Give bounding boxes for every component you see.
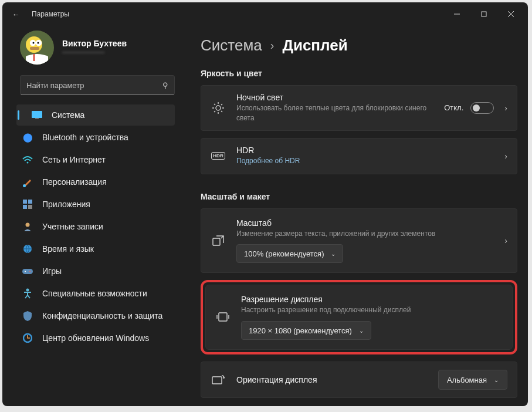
nav-apps[interactable]: Приложения [16, 194, 175, 215]
nav-personalization[interactable]: Персонализация [16, 171, 175, 193]
svg-point-26 [216, 106, 221, 110]
dropdown-value: Альбомная [447, 376, 487, 384]
avatar [20, 31, 54, 65]
person-icon [22, 221, 33, 232]
titlebar: ← Параметры [2, 2, 528, 26]
nav-gaming[interactable]: Игры [16, 261, 175, 282]
nav-network[interactable]: Сеть и Интернет [16, 149, 175, 170]
chevron-down-icon: ⌄ [494, 377, 499, 383]
chevron-right-icon: › [501, 151, 507, 161]
nav-bluetooth[interactable]: ⬤ Bluetooth и устройства [16, 127, 175, 148]
toggle-state-label: Откл. [444, 103, 463, 112]
orientation-icon [211, 374, 226, 386]
account-block[interactable]: Виктор Бухтеев —————— [2, 31, 183, 75]
close-button[interactable] [497, 2, 524, 26]
dropdown-value: 1920 × 1080 (рекомендуется) [249, 326, 352, 335]
card-title: Масштаб [236, 218, 490, 228]
svg-line-32 [221, 111, 222, 112]
highlight-resolution: Разрешение дисплея Настроить разрешение … [201, 280, 517, 354]
back-arrow-icon[interactable]: ← [11, 10, 21, 19]
dropdown-value: 100% (рекомендуется) [244, 249, 324, 258]
card-resolution[interactable]: Разрешение дисплея Настроить разрешение … [205, 285, 513, 350]
card-title: Ночной свет [236, 93, 433, 102]
chevron-right-icon: › [501, 103, 507, 113]
update-icon [22, 333, 33, 343]
svg-point-14 [23, 184, 26, 187]
monitor-icon [32, 110, 42, 120]
card-desc: Использовать более теплые цвета для блок… [236, 103, 433, 123]
search-icon: ⚲ [162, 81, 168, 90]
svg-point-9 [38, 42, 39, 44]
card-night-light[interactable]: Ночной свет Использовать более теплые цв… [201, 85, 517, 131]
game-icon [22, 266, 33, 276]
card-scale[interactable]: Масштаб Изменение размера текста, прилож… [201, 208, 517, 273]
wifi-icon [22, 154, 33, 165]
svg-rect-12 [35, 119, 39, 120]
card-desc: Изменение размера текста, приложений и д… [236, 229, 490, 239]
nav-label: Приложения [42, 200, 90, 209]
hdr-icon: HDR [211, 152, 226, 160]
nav-list: Система ⬤ Bluetooth и устройства Сеть и … [2, 104, 183, 349]
sun-icon [211, 102, 226, 114]
svg-point-23 [29, 271, 31, 272]
nav-label: Система [52, 110, 84, 120]
svg-rect-18 [28, 205, 32, 209]
nav-label: Специальные возможности [42, 289, 147, 298]
chevron-down-icon: ⌄ [331, 251, 336, 257]
svg-rect-39 [212, 377, 222, 384]
settings-window: ← Параметры [2, 2, 528, 406]
svg-rect-10 [30, 47, 39, 50]
search-box[interactable]: ⚲ [20, 75, 175, 95]
shield-icon [22, 310, 33, 321]
minimize-button[interactable] [443, 2, 470, 26]
night-light-toggle[interactable] [470, 102, 494, 114]
card-desc-link[interactable]: Подробнее об HDR [236, 156, 490, 166]
nav-label: Учетные записи [42, 222, 103, 231]
breadcrumb: Система › Дисплей [201, 33, 517, 55]
accessibility-icon [22, 288, 33, 299]
brush-icon [22, 177, 33, 187]
svg-point-13 [27, 162, 29, 164]
orientation-dropdown[interactable]: Альбомная ⌄ [438, 370, 507, 390]
account-name: Виктор Бухтеев [62, 39, 127, 48]
nav-update[interactable]: Центр обновления Windows [16, 327, 175, 349]
window-title: Параметры [32, 10, 69, 18]
maximize-button[interactable] [470, 2, 497, 26]
scale-dropdown[interactable]: 100% (рекомендуется) ⌄ [236, 244, 343, 263]
svg-line-33 [221, 104, 222, 105]
nav-system[interactable]: Система [16, 104, 175, 126]
search-input[interactable] [26, 81, 162, 90]
svg-rect-1 [482, 12, 486, 16]
card-title: HDR [236, 146, 490, 155]
sidebar: Виктор Бухтеев —————— ⚲ Система ⬤ Blueto… [2, 26, 183, 406]
svg-point-24 [26, 289, 29, 292]
section-brightness: Яркость и цвет [201, 69, 517, 78]
svg-rect-15 [23, 200, 27, 204]
svg-rect-16 [28, 200, 32, 204]
nav-label: Время и язык [42, 244, 94, 254]
card-hdr[interactable]: HDR HDR Подробнее об HDR › [201, 138, 517, 174]
section-scale: Масштаб и макет [201, 192, 517, 201]
nav-label: Конфиденциальность и защита [42, 311, 162, 320]
svg-rect-36 [219, 313, 227, 321]
nav-time-language[interactable]: Время и язык [16, 238, 175, 259]
nav-privacy[interactable]: Конфиденциальность и защита [16, 305, 175, 326]
crumb-current: Дисплей [282, 36, 347, 55]
crumb-root[interactable]: Система [201, 36, 262, 55]
svg-rect-21 [22, 269, 33, 274]
nav-accessibility[interactable]: Специальные возможности [16, 283, 175, 304]
resolution-dropdown[interactable]: 1920 × 1080 (рекомендуется) ⌄ [241, 321, 371, 340]
bluetooth-icon: ⬤ [22, 132, 33, 143]
nav-label: Персонализация [42, 177, 107, 187]
nav-label: Сеть и Интернет [42, 155, 106, 164]
svg-rect-11 [32, 111, 42, 118]
nav-label: Игры [42, 266, 62, 276]
card-orientation[interactable]: Ориентация дисплея Альбомная ⌄ [201, 362, 517, 398]
nav-accounts[interactable]: Учетные записи [16, 216, 175, 237]
chevron-right-icon: › [501, 236, 507, 245]
svg-rect-35 [213, 238, 220, 245]
svg-line-31 [214, 104, 215, 105]
svg-point-19 [26, 223, 30, 227]
crumb-separator-icon: › [270, 39, 275, 52]
scale-icon [211, 218, 226, 248]
